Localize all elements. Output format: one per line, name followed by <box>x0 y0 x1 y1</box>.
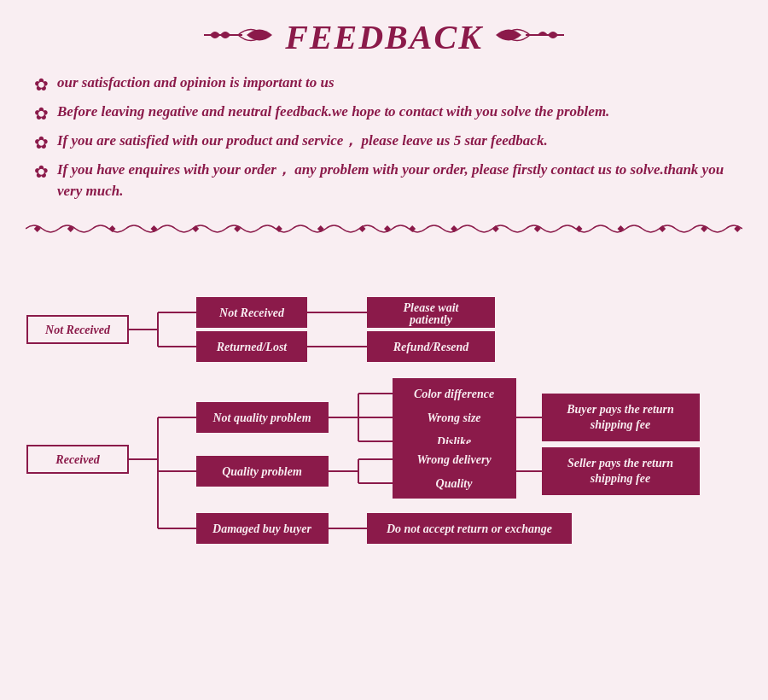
svg-text:Buyer pays the return: Buyer pays the return <box>566 403 674 416</box>
svg-text:Quality problem: Quality problem <box>222 465 302 478</box>
svg-text:Not Received: Not Received <box>44 324 111 336</box>
svg-text:Refund/Resend: Refund/Resend <box>393 341 470 353</box>
svg-text:Damaged buy buyer: Damaged buy buyer <box>212 522 311 535</box>
bullet-text-2: Before leaving negative and neutral feed… <box>57 102 609 123</box>
header-deco-right <box>492 20 568 55</box>
page-title: FEEDBACK <box>285 17 483 57</box>
bullet-icon-2: ✿ <box>34 103 49 124</box>
bullet-list: ✿ our satisfaction and opinion is import… <box>34 73 734 201</box>
bullet-item-4: ✿ If you have enquires with your order， … <box>34 160 734 201</box>
svg-text:shipping fee: shipping fee <box>590 418 650 431</box>
bullet-item-1: ✿ our satisfaction and opinion is import… <box>34 73 734 95</box>
bullet-item-3: ✿ If you are satisfied with our product … <box>34 131 734 153</box>
svg-text:patiently: patiently <box>409 313 453 326</box>
header-deco-left <box>200 20 276 55</box>
svg-text:Not Received: Not Received <box>218 306 285 319</box>
divider <box>26 217 742 241</box>
bullet-text-4: If you have enquires with your order， an… <box>57 160 734 201</box>
svg-text:Quality: Quality <box>436 477 474 490</box>
bullet-text-3: If you are satisfied with our product an… <box>57 131 548 152</box>
flowchart: .fc-label { font-family: Georgia, 'Times… <box>26 260 742 596</box>
svg-text:Received: Received <box>55 453 100 466</box>
bullet-item-2: ✿ Before leaving negative and neutral fe… <box>34 102 734 124</box>
header: FEEDBACK <box>26 17 742 57</box>
svg-text:shipping fee: shipping fee <box>590 472 650 485</box>
svg-text:Do not accept return or exchan: Do not accept return or exchange <box>386 522 552 535</box>
svg-text:Not quality problem: Not quality problem <box>212 411 311 424</box>
svg-text:Wrong size: Wrong size <box>427 411 480 424</box>
svg-text:Please wait: Please wait <box>404 301 460 314</box>
bullet-icon-4: ✿ <box>34 161 49 182</box>
bullet-icon-3: ✿ <box>34 132 49 153</box>
svg-text:Returned/Lost: Returned/Lost <box>216 341 288 353</box>
svg-rect-63 <box>542 394 700 441</box>
svg-text:Seller pays the return: Seller pays the return <box>567 457 673 470</box>
bullet-icon-1: ✿ <box>34 74 49 95</box>
svg-text:Color difference: Color difference <box>414 388 494 400</box>
svg-text:Wrong delivery: Wrong delivery <box>416 453 492 466</box>
page-wrapper: FEEDBACK ✿ our satisfaction and opinion … <box>0 0 768 700</box>
bullet-text-1: our satisfaction and opinion is importan… <box>57 73 335 94</box>
svg-rect-75 <box>542 447 700 495</box>
